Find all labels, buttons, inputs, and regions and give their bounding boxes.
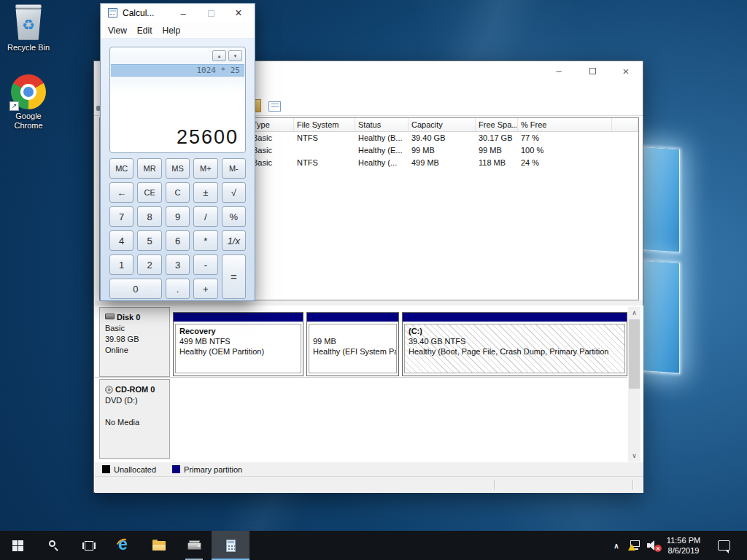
calc-key-backspace[interactable]: ← (109, 182, 133, 203)
desktop-icon-google-chrome[interactable]: ↗ Google Chrome (3, 74, 54, 131)
primary-partition-color-swatch (172, 465, 180, 473)
calc-key-ce[interactable]: CE (137, 182, 161, 203)
menu-view[interactable]: View (108, 26, 127, 36)
internet-explorer-button[interactable]: e (107, 531, 142, 560)
calc-key-mminus[interactable]: M- (222, 158, 246, 179)
calculator-window: Calcul... – × View Edit Help ▲ ▼ 1024 * … (100, 3, 255, 301)
cdrom-label-panel[interactable]: CD-ROM 0 DVD (D:) No Media (99, 379, 170, 459)
graphical-view-scrollbar[interactable]: ∧ ∨ (628, 307, 640, 462)
unallocated-color-swatch (102, 465, 110, 473)
calc-key-equals[interactable]: = (222, 254, 246, 299)
toolbar-properties-icon[interactable] (268, 101, 281, 112)
calc-key-sqrt[interactable]: √ (222, 182, 246, 203)
action-center-button[interactable] (706, 531, 741, 560)
calc-key-c[interactable]: C (166, 182, 190, 203)
calc-key-1[interactable]: 1 (109, 254, 133, 275)
disk-management-taskbar-button[interactable] (177, 531, 212, 560)
task-view-icon (82, 541, 96, 551)
calc-key-0[interactable]: 0 (109, 279, 162, 299)
selected-partition-hatch: (C:) 39.40 GB NTFS Healthy (Boot, Page F… (404, 324, 625, 373)
scroll-up-button[interactable]: ∧ (628, 307, 640, 319)
history-up-button[interactable]: ▲ (212, 50, 226, 61)
desktop: ♻ Recycle Bin ↗ Google Chrome – × (0, 0, 747, 560)
network-tray-button[interactable] (626, 531, 645, 560)
calculator-icon (226, 540, 236, 552)
disk-management-statusbar (95, 476, 643, 493)
tray-overflow-button[interactable]: ∧ (608, 531, 624, 560)
close-button[interactable]: × (609, 61, 643, 81)
calc-key-5[interactable]: 5 (137, 230, 161, 251)
recycle-bin-icon: ♻ (12, 4, 44, 41)
desktop-icon-recycle-bin[interactable]: ♻ Recycle Bin (3, 4, 54, 52)
partition-c[interactable]: (C:) 39.40 GB NTFS Healthy (Boot, Page F… (402, 312, 627, 376)
calc-key-2[interactable]: 2 (137, 254, 161, 275)
history-entry[interactable]: 1024 * 25 (111, 64, 244, 77)
calc-key-dot[interactable]: . (166, 279, 190, 299)
header-status[interactable]: Status (355, 118, 409, 131)
header-file-system[interactable]: File System (294, 118, 355, 131)
pane-splitter[interactable] (95, 300, 643, 306)
calc-key-minus[interactable]: - (193, 254, 217, 275)
calc-key-percent[interactable]: % (222, 206, 246, 227)
calculator-keypad: MC MR MS M+ M- ← CE C ± √ 7 8 9 / % 4 5 … (109, 158, 246, 299)
disk-graphical-view: Disk 0 Basic 39.98 GB Online Recovery 49… (95, 306, 643, 462)
search-button[interactable] (36, 531, 71, 560)
calc-key-negate[interactable]: ± (193, 182, 217, 203)
calculator-title: Calcul... (123, 4, 154, 23)
calc-key-plus[interactable]: + (193, 279, 217, 299)
scrollbar-thumb[interactable] (629, 319, 640, 389)
close-button[interactable]: × (225, 4, 252, 23)
calc-key-7[interactable]: 7 (109, 206, 133, 227)
maximize-button[interactable] (197, 4, 225, 23)
scroll-down-button[interactable]: ∨ (628, 450, 640, 462)
clock-tray-button[interactable]: 11:56 PM 8/6/2019 (661, 531, 706, 560)
calc-key-9[interactable]: 9 (166, 206, 190, 227)
menu-edit[interactable]: Edit (137, 26, 152, 36)
maximize-icon (589, 68, 596, 74)
internet-explorer-icon: e (115, 537, 133, 554)
disk-icon (105, 314, 115, 319)
start-button[interactable] (0, 531, 35, 560)
calc-key-reciprocal[interactable]: 1/x (222, 230, 246, 251)
recycle-bin-label: Recycle Bin (3, 43, 54, 52)
disk0-label-panel[interactable]: Disk 0 Basic 39.98 GB Online (99, 307, 170, 377)
calc-key-8[interactable]: 8 (137, 206, 161, 227)
calc-key-multiply[interactable]: * (193, 230, 217, 251)
calc-key-mc[interactable]: MC (109, 158, 133, 179)
calculator-taskbar-button[interactable] (212, 531, 249, 560)
calculator-body: ▲ ▼ 1024 * 25 25600 MC MR MS M+ M- ← CE … (101, 38, 255, 300)
calc-key-6[interactable]: 6 (166, 230, 190, 251)
calc-key-divide[interactable]: / (193, 206, 217, 227)
calculator-display: ▲ ▼ 1024 * 25 25600 (109, 47, 246, 153)
calculator-titlebar[interactable]: Calcul... – × (101, 4, 255, 23)
chrome-label: Google Chrome (3, 112, 54, 131)
task-view-button[interactable] (71, 531, 107, 560)
calc-key-mplus[interactable]: M+ (193, 158, 217, 179)
history-down-button[interactable]: ▼ (228, 50, 242, 61)
chevron-up-icon: ∧ (614, 542, 619, 550)
file-explorer-button[interactable] (142, 531, 177, 560)
calc-key-ms[interactable]: MS (166, 158, 190, 179)
header-capacity[interactable]: Capacity (409, 118, 476, 131)
disk0-row: Disk 0 Basic 39.98 GB Online Recovery 49… (95, 307, 627, 378)
calc-key-mr[interactable]: MR (137, 158, 161, 179)
taskbar: e ∧ (0, 531, 747, 560)
calculator-menubar: View Edit Help (101, 23, 255, 38)
header-free-space[interactable]: Free Spa... (476, 118, 518, 131)
header-percent-free[interactable]: % Free (518, 118, 612, 131)
partition-recovery[interactable]: Recovery 499 MB NTFS Healthy (OEM Partit… (173, 312, 303, 376)
unallocated-label: Unallocated (114, 465, 156, 474)
menu-help[interactable]: Help (162, 26, 180, 36)
partition-efi[interactable]: 99 MB Healthy (EFI System Pa (306, 312, 399, 376)
minimize-button[interactable]: – (169, 4, 197, 23)
clock-date: 8/6/2019 (667, 545, 700, 556)
maximize-button[interactable] (576, 61, 609, 81)
windows-logo-icon (12, 540, 23, 551)
minimize-button[interactable]: – (542, 61, 576, 81)
calc-key-4[interactable]: 4 (109, 230, 133, 251)
cdrom-row: CD-ROM 0 DVD (D:) No Media (95, 379, 627, 459)
header-filler (612, 118, 638, 131)
calc-key-3[interactable]: 3 (166, 254, 190, 275)
header-type[interactable]: Type (249, 118, 294, 131)
search-icon (48, 540, 60, 551)
